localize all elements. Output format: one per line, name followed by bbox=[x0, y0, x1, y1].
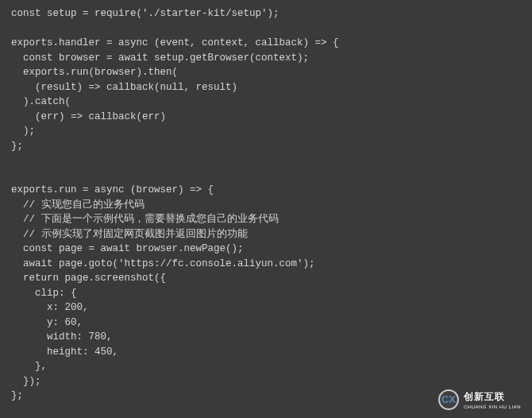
brand-sub: CHUANG XIN HU LIAN bbox=[464, 404, 521, 410]
brand-name: 创新互联 bbox=[464, 389, 521, 404]
watermark: CX 创新互联 CHUANG XIN HU LIAN bbox=[438, 389, 521, 411]
brand-text-group: 创新互联 CHUANG XIN HU LIAN bbox=[464, 389, 521, 411]
brand-icon: CX bbox=[438, 389, 459, 410]
code-block: const setup = require('./starter-kit/set… bbox=[0, 0, 532, 410]
